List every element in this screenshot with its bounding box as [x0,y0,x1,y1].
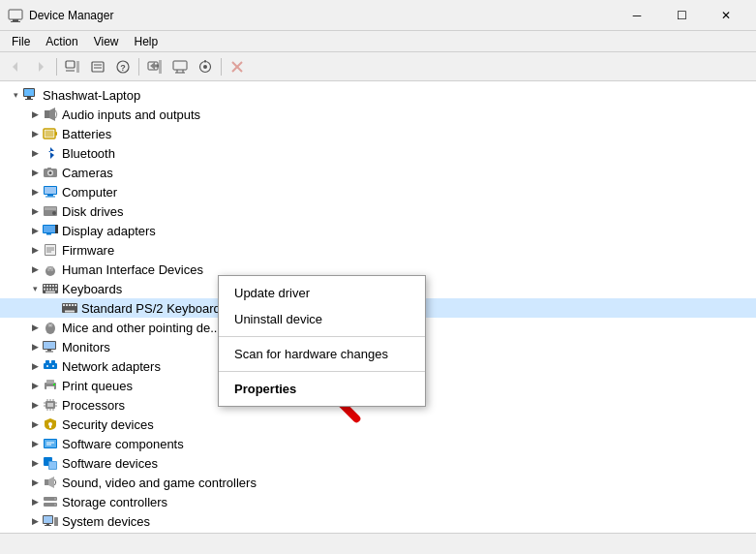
expand-keyboards[interactable]: ▾ [27,281,43,296]
svg-rect-26 [24,89,34,96]
title-bar: Device Manager ─ ☐ ✕ [0,0,756,31]
expand-batteries[interactable]: ▶ [27,126,43,141]
toolbar-back[interactable] [4,56,27,77]
expand-softdev[interactable]: ▶ [27,455,43,471]
toolbar-forward[interactable] [29,56,52,77]
menu-help[interactable]: Help [127,33,166,50]
icon-print [43,378,58,393]
expand-network[interactable]: ▶ [27,358,43,374]
expand-bluetooth[interactable]: ▶ [27,145,43,161]
tree-audio[interactable]: ▶ Audio inputs and outputs [0,105,756,124]
toolbar-computer[interactable] [168,56,192,77]
tree-cameras[interactable]: ▶ Cameras [0,163,756,182]
svg-rect-125 [45,525,51,526]
svg-rect-68 [55,289,57,291]
tree-firmware[interactable]: ▶ Firmware [0,240,756,260]
tree-batteries[interactable]: ▶ Batteries [0,124,756,143]
expand-security[interactable]: ▶ [27,416,43,432]
print-label: Print queues [62,379,133,393]
context-properties[interactable]: Properties [219,376,425,402]
expand-processors[interactable]: ▶ [27,397,43,413]
cameras-label: Cameras [62,166,113,180]
toolbar-help[interactable]: ? [111,56,135,77]
context-scan-hardware[interactable]: Scan for hardware changes [219,341,425,367]
expand-cameras[interactable]: ▶ [27,165,43,180]
svg-point-21 [203,65,207,69]
minimize-button[interactable]: ─ [615,0,659,31]
toolbar-show-hide[interactable] [61,56,84,77]
menu-bar: File Action View Help [0,31,756,52]
toolbar-delete[interactable] [226,56,249,77]
expand-monitors[interactable]: ▶ [27,339,43,354]
svg-rect-32 [55,132,57,136]
icon-display [43,223,58,238]
menu-view[interactable]: View [86,33,127,50]
svg-point-120 [54,498,56,500]
icon-keyboards [43,281,58,296]
tree-softcomp[interactable]: ▶ Software components [0,434,756,453]
close-button[interactable]: ✕ [704,0,748,31]
context-update-driver[interactable]: Update driver [219,280,425,306]
svg-rect-116 [45,479,48,485]
tree-bluetooth[interactable]: ▶ Bluetooth [0,143,756,163]
tree-softdev[interactable]: ▶ Software devices [0,453,756,473]
tree-system[interactable]: ▶ System devices [0,511,756,531]
tree-sound[interactable]: ▶ Sound, video and game controllers [0,473,756,492]
icon-audio [43,107,58,122]
svg-rect-28 [25,99,33,100]
expand-disk[interactable]: ▶ [27,203,43,219]
tree-usb[interactable]: ▶ Universal Serial Bus controllers [0,531,756,533]
toolbar-scan[interactable] [194,56,217,77]
icon-storage [43,494,58,509]
toolbar-properties[interactable] [86,56,109,77]
app-icon [8,8,23,23]
status-bar [0,533,756,554]
icon-computer-item [43,184,58,200]
svg-rect-37 [47,168,51,169]
svg-point-89 [52,365,54,367]
expand-audio[interactable]: ▶ [27,107,43,122]
svg-rect-0 [9,10,22,19]
hid-label: Human Interface Devices [62,262,203,277]
svg-point-57 [49,267,51,269]
expand-storage[interactable]: ▶ [27,494,43,509]
security-label: Security devices [62,417,154,432]
expand-print[interactable]: ▶ [27,378,43,393]
expand-softcomp[interactable]: ▶ [27,436,43,451]
menu-action[interactable]: Action [38,33,85,50]
expand-system[interactable]: ▶ [27,513,43,529]
svg-rect-82 [44,342,55,349]
svg-rect-75 [75,304,76,306]
expand-display[interactable]: ▶ [27,223,43,238]
maximize-button[interactable]: ☐ [659,0,704,31]
menu-file[interactable]: File [4,33,38,50]
expand-firmware[interactable]: ▶ [27,242,43,258]
icon-system [43,513,58,529]
sound-label: Sound, video and game controllers [62,476,257,490]
expand-mice[interactable]: ▶ [27,320,43,335]
tree-display[interactable]: ▶ Display adapters [0,221,756,240]
tree-storage[interactable]: ▶ Storage controllers [0,492,756,511]
expand-sound[interactable]: ▶ [27,475,43,490]
icon-processors [43,397,58,413]
expand-root[interactable]: ▾ [8,87,23,103]
icon-sound [43,475,58,490]
svg-rect-60 [46,285,48,287]
softdev-label: Software devices [62,456,158,471]
svg-rect-62 [52,285,54,287]
svg-rect-108 [49,425,51,428]
toolbar-update-driver[interactable] [143,56,166,77]
tree-computer[interactable]: ▶ Computer [0,182,756,201]
icon-computer [23,87,39,103]
svg-marker-4 [39,62,44,72]
keyboards-label: Keyboards [62,282,122,296]
icon-firmware [43,242,58,258]
tree-security[interactable]: ▶ Security devices [0,415,756,434]
context-uninstall-device[interactable]: Uninstall device [219,306,425,332]
svg-rect-59 [44,285,45,287]
expand-hid[interactable]: ▶ [27,262,43,277]
context-sep-1 [219,336,425,337]
tree-root[interactable]: ▾ Shashwat-Laptop [0,85,756,105]
tree-disk[interactable]: ▶ Disk drives [0,201,756,221]
expand-computer[interactable]: ▶ [27,184,43,200]
